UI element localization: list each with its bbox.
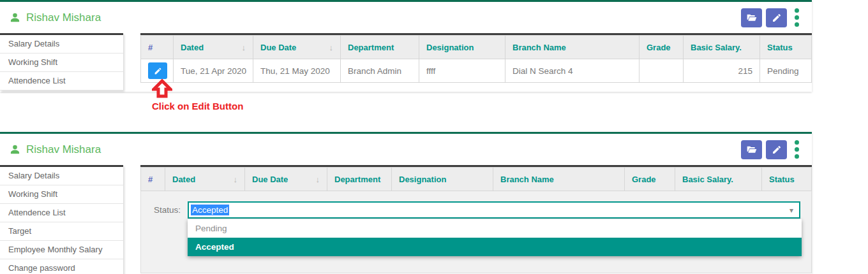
col-header-status: Status <box>760 36 812 59</box>
col-header-basic-salary: Basic Salary. <box>675 168 762 191</box>
sidebar-item-working-shift[interactable]: Working Shift <box>0 54 123 72</box>
col-header-hash: # <box>141 168 165 191</box>
folder-open-icon <box>747 145 757 155</box>
col-header-status: Status <box>762 168 812 191</box>
panel-header: Rishav Mishara <box>0 134 812 165</box>
cell-designation: ffff <box>419 59 505 83</box>
folder-button[interactable] <box>741 8 762 27</box>
annotation-up-arrow-icon <box>152 79 172 98</box>
more-options-menu[interactable] <box>791 7 803 28</box>
dropdown-option-pending[interactable]: Pending <box>188 219 802 238</box>
sidebar-item-working-shift[interactable]: Working Shift <box>0 185 123 204</box>
col-header-dated[interactable]: Dated↓ <box>174 36 253 59</box>
kebab-dot <box>795 154 799 159</box>
col-header-branch-name: Branch Name <box>493 168 625 191</box>
salary-table: # Dated↓ Due Date↓ Department Designatio… <box>140 35 812 83</box>
salary-table-container: # Dated↓ Due Date↓ Department Designatio… <box>140 33 812 83</box>
status-combobox-value: Accepted <box>191 205 229 215</box>
status-combobox[interactable]: Accepted ▾ <box>188 201 800 219</box>
cell-basic-salary: 215 <box>684 59 760 83</box>
status-field-label: Status: <box>154 201 181 219</box>
col-header-dated[interactable]: Dated↓ <box>165 168 245 191</box>
col-header-label: Dated <box>172 175 195 184</box>
folder-open-icon <box>747 13 757 23</box>
dropdown-option-accepted[interactable]: Accepted <box>188 238 802 256</box>
employee-name-heading: Rishav Mishara <box>9 143 101 156</box>
pencil-icon <box>154 67 162 75</box>
col-header-label: Dated <box>181 43 204 52</box>
employee-card-after: Rishav Mishara Salary Details Workin <box>0 132 812 274</box>
col-header-designation: Designation <box>392 168 493 191</box>
sort-desc-icon: ↓ <box>242 43 246 52</box>
col-header-label: Due Date <box>252 175 288 184</box>
panel-header: Rishav Mishara <box>0 2 812 33</box>
sidebar-item-employee-monthly-salary[interactable]: Employee Monthly Salary <box>0 241 123 259</box>
table-row: Tue, 21 Apr 2020 Thu, 21 May 2020 Branch… <box>141 59 812 83</box>
employee-card-before: Rishav Mishara Salary Details Workin <box>0 0 812 92</box>
annotation-text: Click on Edit Button <box>152 101 243 112</box>
sidebar-item-salary-details[interactable]: Salary Details <box>0 35 123 54</box>
user-icon <box>9 143 21 155</box>
cell-status: Pending <box>760 59 812 83</box>
kebab-dot <box>795 15 799 20</box>
cell-due-date: Thu, 21 May 2020 <box>253 59 341 83</box>
col-header-basic-salary: Basic Salary. <box>684 36 760 59</box>
kebab-dot <box>795 147 799 152</box>
col-header-due-date[interactable]: Due Date↓ <box>245 168 327 191</box>
sidebar: Salary Details Working Shift Attendence … <box>0 33 123 90</box>
table-header-row: # Dated↓ Due Date↓ Department Designatio… <box>141 168 812 191</box>
employee-name-heading: Rishav Mishara <box>9 11 101 24</box>
edit-button-toolbar[interactable] <box>766 8 787 27</box>
col-header-grade: Grade <box>625 168 675 191</box>
sort-desc-icon: ↓ <box>316 175 320 184</box>
pencil-icon <box>772 13 782 23</box>
folder-button[interactable] <box>741 140 762 159</box>
pencil-icon <box>772 145 782 155</box>
table-header-row: # Dated↓ Due Date↓ Department Designatio… <box>141 36 812 59</box>
header-toolbar <box>741 7 803 28</box>
user-icon <box>9 11 21 24</box>
sidebar-item-change-password[interactable]: Change password <box>0 259 123 274</box>
dropdown-caret-icon[interactable]: ▾ <box>784 203 799 217</box>
cell-dated: Tue, 21 Apr 2020 <box>174 59 253 83</box>
sort-desc-icon: ↓ <box>234 175 238 184</box>
page: Rishav Mishara Salary Details Workin <box>0 0 868 274</box>
employee-name: Rishav Mishara <box>26 143 101 156</box>
sidebar-item-target[interactable]: Target <box>0 222 123 241</box>
salary-table: # Dated↓ Due Date↓ Department Designatio… <box>140 167 812 191</box>
sidebar-item-attendence-list[interactable]: Attendence List <box>0 72 123 90</box>
col-header-hash: # <box>141 36 174 59</box>
col-header-grade: Grade <box>640 36 684 59</box>
row-edit-area: Status: Accepted ▾ Pending Accepted <box>140 191 812 273</box>
cell-grade <box>640 59 684 83</box>
kebab-dot <box>795 8 799 13</box>
kebab-dot <box>795 22 799 27</box>
col-header-designation: Designation <box>419 36 505 59</box>
col-header-due-date[interactable]: Due Date↓ <box>253 36 341 59</box>
sort-desc-icon: ↓ <box>329 43 334 52</box>
kebab-dot <box>795 140 799 145</box>
col-header-department: Department <box>327 168 392 191</box>
panel-body: Salary Details Working Shift Attendence … <box>0 33 812 90</box>
row-edit-button[interactable] <box>148 62 167 79</box>
sidebar-item-salary-details[interactable]: Salary Details <box>0 167 123 185</box>
sidebar-item-attendence-list[interactable]: Attendence List <box>0 204 123 222</box>
header-toolbar <box>741 139 803 160</box>
col-header-department: Department <box>341 36 419 59</box>
salary-table-container: # Dated↓ Due Date↓ Department Designatio… <box>140 165 812 273</box>
sidebar: Salary Details Working Shift Attendence … <box>0 165 123 274</box>
panel-body: Salary Details Working Shift Attendence … <box>0 165 812 274</box>
cell-department: Branch Admin <box>341 59 419 83</box>
col-header-branch-name: Branch Name <box>505 36 640 59</box>
col-header-label: Due Date <box>260 43 296 52</box>
status-dropdown-list: Pending Accepted <box>188 219 802 256</box>
cell-branch-name: Dial N Search 4 <box>505 59 640 83</box>
employee-name: Rishav Mishara <box>26 11 101 24</box>
edit-button-toolbar[interactable] <box>766 140 787 159</box>
more-options-menu[interactable] <box>791 139 803 160</box>
